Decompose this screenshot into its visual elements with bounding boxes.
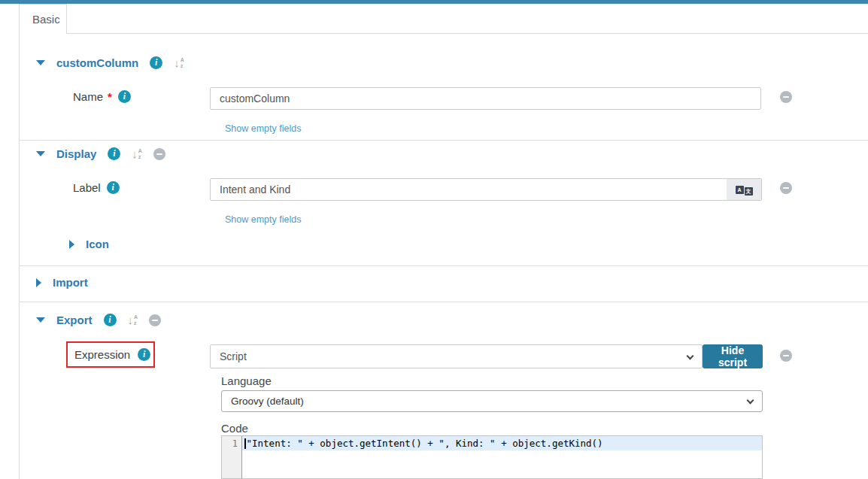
section-header-import[interactable]: Import: [36, 276, 88, 289]
section-header-icon[interactable]: Icon: [69, 238, 109, 250]
info-icon[interactable]: i: [118, 90, 131, 103]
section-divider: [19, 302, 868, 302]
label-label-text: Label: [73, 181, 101, 194]
info-icon[interactable]: i: [150, 56, 162, 69]
code-label: Code: [221, 422, 248, 435]
code-line-1-text: "Intent: " + object.getIntent() + ", Kin…: [247, 438, 603, 449]
remove-export-button[interactable]: [149, 314, 161, 326]
code-gutter: 1: [222, 436, 242, 478]
translate-icon-second: 文: [745, 187, 753, 196]
expand-caret-icon[interactable]: [36, 278, 41, 287]
chevron-down-icon: [687, 353, 694, 360]
show-empty-fields-link[interactable]: Show empty fields: [225, 123, 301, 134]
label-field-label: Label i: [73, 181, 120, 194]
sort-alpha-icon[interactable]: ↓ Az: [128, 314, 138, 326]
text-cursor: [244, 438, 246, 449]
language-label: Language: [221, 374, 272, 387]
translate-button[interactable]: A 文: [727, 178, 762, 201]
section-title: Import: [53, 276, 88, 289]
info-icon[interactable]: i: [104, 314, 117, 326]
name-label-text: Name: [73, 90, 103, 103]
label-input[interactable]: [210, 178, 727, 201]
collapse-caret-icon[interactable]: [36, 151, 45, 156]
sort-alpha-icon[interactable]: ↓ Az: [132, 148, 142, 159]
panel-left-border: [19, 4, 20, 479]
info-icon[interactable]: i: [107, 181, 120, 194]
expression-type-value: Script: [220, 350, 247, 362]
info-icon[interactable]: i: [138, 348, 150, 361]
code-line-1: "Intent: " + object.getIntent() + ", Kin…: [242, 436, 762, 450]
top-accent-bar: [0, 0, 868, 4]
sort-letters: Az: [134, 314, 138, 326]
required-asterisk: *: [108, 90, 112, 103]
section-title: Icon: [86, 238, 109, 250]
tab-basic-label: Basic: [32, 13, 60, 26]
section-title: Export: [56, 314, 93, 326]
section-title: Display: [56, 147, 96, 160]
remove-label-button[interactable]: [780, 182, 792, 194]
section-header-display[interactable]: Display i ↓ Az: [36, 147, 165, 160]
code-editor[interactable]: 1 "Intent: " + object.getIntent() + ", K…: [221, 435, 763, 479]
info-icon[interactable]: i: [108, 147, 120, 160]
name-input[interactable]: [210, 87, 761, 110]
section-title: customColumn: [56, 56, 138, 69]
line-number: 1: [222, 436, 241, 450]
section-divider: [19, 265, 868, 266]
remove-name-button[interactable]: [780, 91, 792, 103]
sort-arrow-glyph: ↓: [174, 57, 180, 68]
sort-letters: Az: [138, 148, 142, 159]
expression-type-select[interactable]: Script: [210, 344, 703, 368]
name-field-label: Name * i: [73, 90, 131, 103]
section-header-customcolumn[interactable]: customColumn i ↓ Az: [36, 56, 184, 69]
sort-alpha-icon[interactable]: ↓ Az: [174, 57, 184, 68]
sort-arrow-glyph: ↓: [128, 314, 134, 326]
form-page: Basic customColumn i ↓ Az Name * i Show …: [0, 0, 868, 479]
expression-highlight-box: Expression i: [66, 341, 155, 368]
code-area[interactable]: "Intent: " + object.getIntent() + ", Kin…: [242, 436, 762, 478]
expand-caret-icon[interactable]: [69, 240, 74, 249]
hide-script-button[interactable]: Hide script: [703, 344, 763, 368]
show-empty-fields-link[interactable]: Show empty fields: [225, 214, 301, 225]
expression-label-text: Expression: [74, 348, 130, 361]
language-select[interactable]: Groovy (default): [221, 390, 763, 412]
sort-letters: Az: [181, 57, 184, 68]
collapse-caret-icon[interactable]: [36, 60, 45, 65]
tabbar-bottom-border: [66, 33, 868, 34]
language-value: Groovy (default): [231, 396, 304, 407]
translate-icon: A: [736, 186, 744, 194]
remove-display-button[interactable]: [153, 148, 165, 160]
tab-basic[interactable]: Basic: [19, 4, 67, 34]
chevron-down-icon: [747, 397, 754, 405]
sort-arrow-glyph: ↓: [132, 148, 138, 159]
remove-expression-button[interactable]: [780, 350, 792, 362]
collapse-caret-icon[interactable]: [36, 317, 45, 323]
section-header-export[interactable]: Export i ↓ Az: [36, 314, 161, 326]
section-divider: [19, 140, 868, 141]
